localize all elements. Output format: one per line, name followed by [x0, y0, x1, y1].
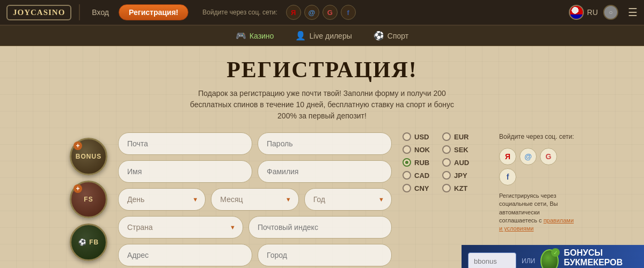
- currency-sek[interactable]: SEK: [442, 145, 473, 154]
- sidebar-social-icons: Я @ G f: [499, 148, 574, 185]
- zip-field[interactable]: [248, 216, 392, 239]
- medal-bonus[interactable]: + BONUS: [70, 138, 107, 175]
- sidebar-social-g[interactable]: G: [540, 148, 557, 165]
- menu-icon[interactable]: ☰: [628, 6, 638, 19]
- sidebar-social-ya[interactable]: Я: [499, 148, 516, 165]
- nav-live[interactable]: 👤 Live дилеры: [295, 31, 352, 41]
- currency-cad-label: CAD: [414, 172, 434, 180]
- radio-kzt: [442, 184, 451, 192]
- address-field[interactable]: [118, 244, 252, 266]
- radio-cny: [402, 184, 411, 192]
- country-select[interactable]: Страна: [118, 216, 243, 239]
- email-field[interactable]: [118, 132, 252, 155]
- promo-bar: ИЛИ БОНУСЫ БУКМЕКЕРОВ bonus-betting.ru: [462, 245, 644, 268]
- currency-eur-label: EUR: [454, 133, 473, 141]
- currency-row-5: CNY KZT: [402, 184, 488, 192]
- currency-rub-label: RUB: [414, 159, 434, 167]
- promo-input[interactable]: [468, 252, 516, 268]
- form-row-1: [118, 132, 392, 155]
- radio-rub: [402, 158, 411, 167]
- nav-casino-label: Казино: [250, 32, 274, 40]
- currency-row-1: USD EUR: [402, 132, 488, 141]
- promo-ball-icon: [540, 249, 558, 268]
- lang-label: RU: [587, 8, 598, 17]
- currency-nok-label: NOK: [414, 146, 434, 154]
- register-button[interactable]: Регистрация!: [119, 4, 188, 20]
- currency-sek-label: SEK: [454, 146, 473, 154]
- currency-aud-label: AUD: [454, 159, 473, 167]
- live-icon: 👤: [295, 31, 306, 41]
- sport-icon: ⚽: [374, 31, 384, 41]
- nav-sport[interactable]: ⚽ Спорт: [374, 31, 408, 41]
- currency-kzt[interactable]: KZT: [442, 184, 473, 192]
- currency-aud[interactable]: AUD: [442, 158, 473, 167]
- form-row-5: [118, 244, 392, 266]
- medal-fs[interactable]: + FS: [70, 181, 107, 218]
- nav-live-label: Live дилеры: [309, 32, 352, 40]
- promo-title: БОНУСЫ БУКМЕКЕРОВ: [564, 248, 638, 267]
- currency-row-4: CAD JPY: [402, 171, 488, 180]
- form-row-2: [118, 160, 392, 183]
- language-selector[interactable]: RU: [569, 5, 598, 20]
- medal-bonus-plus: +: [74, 142, 82, 150]
- radio-usd: [402, 132, 411, 141]
- page-subtitle: Подарок за регистрацию уже почти твой! З…: [182, 88, 462, 122]
- promo-text: БОНУСЫ БУКМЕКЕРОВ bonus-betting.ru: [564, 248, 638, 268]
- year-select-wrapper: Год: [304, 188, 392, 211]
- nav-sport-label: Спорт: [387, 32, 408, 40]
- sidebar-social-f[interactable]: f: [499, 168, 516, 185]
- sidebar-social-note: Регистрируясь через социальные сети, Вы …: [499, 192, 574, 233]
- sidebar-social-title: Войдите через соц. сети:: [499, 132, 574, 142]
- header-social-icons: Я @ G f: [286, 5, 356, 20]
- currency-cny-label: CNY: [414, 184, 434, 192]
- medal-fb[interactable]: ⚽ FB: [70, 224, 107, 261]
- logo[interactable]: JOYCASINO: [6, 5, 71, 20]
- main-content: РЕГИСТРАЦИЯ! Подарок за регистрацию уже …: [0, 46, 644, 268]
- day-select[interactable]: День: [118, 188, 206, 211]
- radio-jpy: [442, 171, 451, 180]
- lastname-field[interactable]: [258, 160, 392, 183]
- password-field[interactable]: [258, 132, 392, 155]
- currency-nok[interactable]: NOK: [402, 145, 434, 154]
- currency-cny[interactable]: CNY: [402, 184, 434, 192]
- nav-casino[interactable]: 🎮 Казино: [236, 31, 274, 41]
- radio-eur: [442, 132, 451, 141]
- login-button[interactable]: Вход: [87, 6, 113, 19]
- header-social-f[interactable]: f: [341, 5, 356, 20]
- casino-icon: 🎮: [236, 31, 246, 41]
- currency-jpy-label: JPY: [454, 172, 473, 180]
- header-separator: [79, 4, 80, 20]
- header-social-at[interactable]: @: [304, 5, 319, 20]
- currency-usd[interactable]: USD: [402, 132, 434, 141]
- currency-rub[interactable]: RUB: [402, 158, 434, 167]
- firstname-field[interactable]: [118, 160, 252, 183]
- year-select[interactable]: Год: [304, 188, 392, 211]
- city-field[interactable]: [258, 244, 392, 266]
- medal-fs-plus: +: [74, 184, 82, 193]
- flag-icon: [569, 5, 584, 20]
- header-social-ya[interactable]: Я: [286, 5, 301, 20]
- header: JOYCASINO Вход Регистрация! Войдите чере…: [0, 0, 644, 26]
- currency-cad[interactable]: CAD: [402, 171, 434, 180]
- country-select-wrapper: Страна: [118, 216, 243, 239]
- currency-usd-label: USD: [414, 133, 434, 141]
- medal-bonus-label: BONUS: [76, 153, 101, 160]
- currency-eur[interactable]: EUR: [442, 132, 473, 141]
- radio-nok: [402, 145, 411, 154]
- sidebar-social-at[interactable]: @: [519, 148, 537, 165]
- promo-or-label: ИЛИ: [522, 257, 535, 265]
- radio-sek: [442, 145, 451, 154]
- left-sidebar: + BONUS + FS ⚽ FB: [70, 138, 107, 266]
- social-login-label: Войдите через соц. сети:: [202, 9, 277, 16]
- month-select-wrapper: Месяц: [211, 188, 298, 211]
- day-select-wrapper: День: [118, 188, 206, 211]
- month-select[interactable]: Месяц: [211, 188, 298, 211]
- form-row-3: День Месяц Год: [118, 188, 392, 211]
- header-social-g[interactable]: G: [323, 5, 338, 20]
- form-row-4: Страна: [118, 216, 392, 239]
- currency-jpy[interactable]: JPY: [442, 171, 473, 180]
- medal-fs-label: FS: [84, 196, 93, 203]
- currency-row-2: NOK SEK: [402, 145, 488, 154]
- navbar: 🎮 Казино 👤 Live дилеры ⚽ Спорт: [0, 26, 644, 46]
- radio-cad: [402, 171, 411, 180]
